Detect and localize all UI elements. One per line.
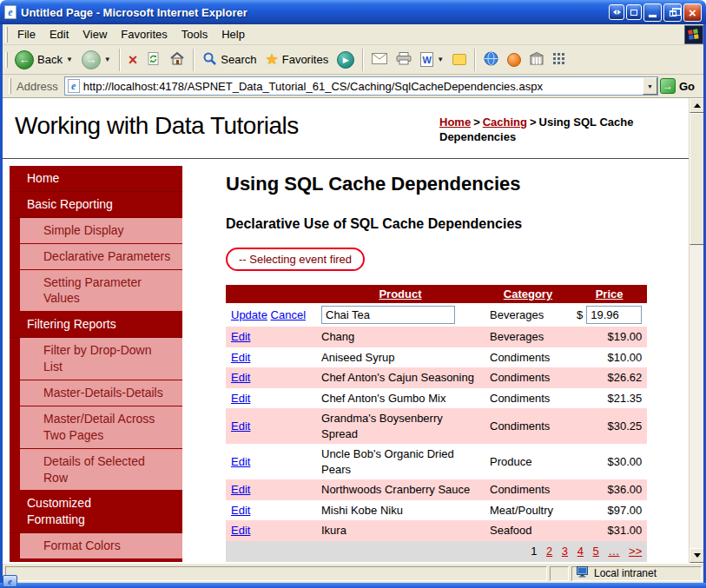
update-link[interactable]: Update — [231, 308, 267, 321]
pager-page-2-link[interactable]: 2 — [546, 545, 552, 558]
breadcrumb-link-caching[interactable]: Caching — [483, 116, 527, 129]
table-row: Edit Uncle Bob's Organic Dried Pears Pro… — [226, 444, 647, 479]
edit-link[interactable]: Edit — [231, 504, 250, 517]
research-button[interactable] — [479, 47, 503, 73]
sidebar-item-setting-parameter-values[interactable]: Setting Parameter Values — [20, 270, 182, 312]
vertical-scrollbar[interactable] — [689, 98, 703, 563]
addressbar-grip[interactable] — [9, 78, 11, 94]
pager-page-4-link[interactable]: 4 — [577, 545, 584, 558]
go-button[interactable]: → Go — [658, 76, 700, 96]
edit-link[interactable]: Edit — [231, 524, 250, 537]
toolbar-grip[interactable] — [5, 52, 8, 68]
category-cell: Condiments — [485, 367, 571, 388]
grid-pager-row: 1 2 3 4 5 … >> — [226, 541, 647, 562]
currency-symbol: $ — [577, 307, 583, 323]
product-name-input[interactable] — [321, 306, 455, 324]
address-dropdown-button[interactable]: ▼ — [643, 77, 657, 95]
menu-tools[interactable]: Tools — [175, 24, 214, 44]
taskbar-window-icon[interactable] — [3, 575, 17, 587]
edit-with-word-button[interactable]: W ▼ — [416, 47, 448, 73]
menu-view[interactable]: View — [76, 24, 114, 44]
refresh-button[interactable] — [142, 47, 165, 73]
quick-links-button[interactable] — [548, 47, 569, 73]
sidebar-item-format-colors[interactable]: Format Colors — [20, 533, 182, 558]
edit-link[interactable]: Edit — [231, 455, 250, 468]
go-arrow-icon: → — [660, 78, 676, 94]
messenger-button[interactable] — [503, 47, 525, 73]
sidebar-item-home[interactable]: Home — [10, 166, 182, 192]
restore-button[interactable] — [663, 3, 682, 22]
close-button[interactable] — [683, 3, 702, 22]
sort-price-link[interactable]: Price — [596, 287, 624, 301]
menu-file[interactable]: File — [10, 24, 43, 44]
forward-button[interactable]: → ▼ — [77, 47, 115, 73]
sidebar-item-simple-display[interactable]: Simple Display — [20, 218, 182, 243]
address-input[interactable] — [83, 78, 639, 94]
scroll-up-button[interactable] — [690, 98, 703, 113]
sidebar-item-customized-formatting[interactable]: Customized Formatting — [10, 491, 182, 533]
favorites-button[interactable]: ★ Favorites — [261, 47, 333, 73]
pager-page-3-link[interactable]: 3 — [562, 545, 568, 558]
breadcrumb-link-home[interactable]: Home — [439, 116, 471, 129]
sidebar-item-master-details-details[interactable]: Master-Details-Details — [20, 380, 182, 406]
edit-link[interactable]: Edit — [231, 371, 250, 384]
edit-link[interactable]: Edit — [231, 420, 250, 433]
pager-current-page: 1 — [531, 545, 537, 558]
back-button[interactable]: ← Back ▼ — [10, 47, 77, 73]
minimize-button[interactable] — [643, 3, 662, 22]
edit-link[interactable]: Edit — [231, 351, 250, 364]
toolbar-separator — [474, 49, 476, 71]
word-dropdown-caret[interactable]: ▼ — [437, 56, 444, 63]
menu-favorites[interactable]: Favorites — [114, 24, 174, 44]
sidebar-item-basic-reporting[interactable]: Basic Reporting — [10, 192, 182, 218]
scrollbar-thumb[interactable] — [690, 113, 703, 245]
table-row: Edit Chef Anton's Gumbo Mix Condiments $… — [226, 388, 647, 409]
arrows-icon — [613, 10, 617, 15]
edit-link[interactable]: Edit — [231, 483, 250, 496]
cancel-link[interactable]: Cancel — [271, 308, 306, 321]
sidebar-item-filtering-reports[interactable]: Filtering Reports — [10, 312, 182, 338]
back-dropdown-caret[interactable]: ▼ — [66, 56, 73, 63]
sidebar-item-declarative-parameters[interactable]: Declarative Parameters — [20, 244, 182, 269]
price-cell: $30.00 — [571, 444, 647, 479]
media-icon: ▶ — [337, 51, 354, 69]
media-button[interactable]: ▶ — [333, 47, 359, 73]
title-bar[interactable]: Untitled Page - Microsoft Internet Explo… — [0, 0, 706, 24]
category-cell: Condiments — [485, 347, 571, 368]
table-row: Edit Northwoods Cranberry Sauce Condimen… — [226, 479, 647, 500]
stop-button[interactable]: × — [124, 47, 142, 73]
pager-page-5-link[interactable]: 5 — [593, 545, 599, 558]
pager-ellipsis-link[interactable]: … — [608, 545, 619, 558]
address-field[interactable]: ▼ — [64, 76, 658, 96]
price-input[interactable] — [586, 306, 642, 324]
home-button[interactable] — [165, 47, 189, 73]
menubar-grip[interactable] — [5, 27, 8, 43]
discuss-button[interactable] — [448, 47, 471, 73]
search-button[interactable]: Search — [198, 47, 261, 73]
windows-flag-throbber — [684, 25, 703, 44]
titlebar-extra-button-1[interactable] — [609, 4, 624, 20]
menu-help[interactable]: Help — [214, 24, 252, 44]
pager-next-link[interactable]: >> — [629, 545, 642, 558]
price-cell: $30.25 — [571, 408, 647, 444]
sidebar-item-details-of-selected-row[interactable]: Details of Selected Row — [20, 449, 182, 491]
print-button[interactable] — [392, 47, 416, 73]
main-content: Using SQL Cache Dependencies Declarative… — [182, 166, 703, 562]
edit-link[interactable]: Edit — [231, 330, 250, 343]
titlebar-extra-button-2[interactable] — [626, 4, 642, 20]
forward-dropdown-caret[interactable]: ▼ — [104, 56, 111, 63]
mail-button[interactable] — [367, 47, 392, 73]
sort-category-link[interactable]: Category — [504, 287, 552, 301]
price-cell: $31.00 — [571, 520, 647, 541]
category-cell: Produce — [485, 444, 571, 479]
breadcrumb-separator: > — [530, 116, 537, 129]
sort-product-link[interactable]: Product — [379, 287, 421, 301]
window-icon — [630, 10, 637, 16]
sites-button[interactable] — [525, 47, 548, 73]
sidebar-item-master-detail-across-two-pages[interactable]: Master/Detail Across Two Pages — [20, 406, 182, 448]
sidebar-item-filter-by-dropdown-list[interactable]: Filter by Drop-Down List — [20, 338, 182, 380]
edit-link[interactable]: Edit — [231, 392, 250, 405]
scroll-down-button[interactable] — [690, 548, 703, 563]
grid-header-row: Product Category Price — [226, 285, 647, 303]
menu-edit[interactable]: Edit — [43, 24, 76, 44]
